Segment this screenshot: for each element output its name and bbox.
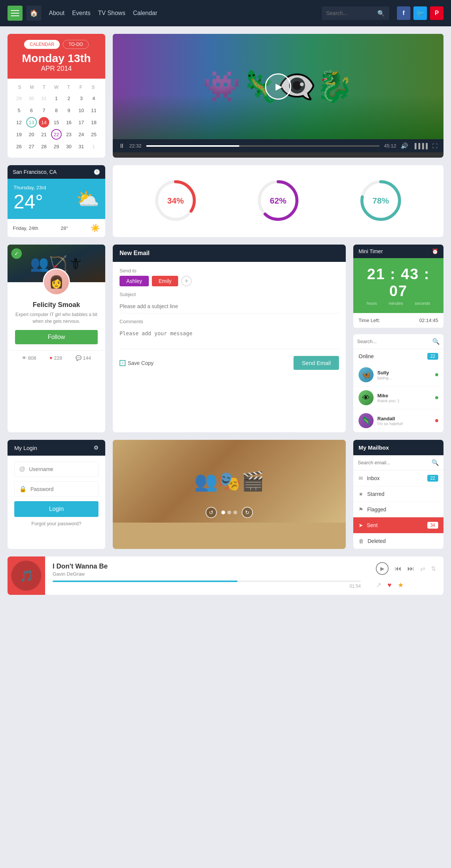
slide-next-button[interactable]: ↻: [242, 507, 253, 518]
chat-search-input[interactable]: [357, 339, 429, 344]
cal-day[interactable]: 21: [39, 129, 49, 140]
timer-hours: 21: [367, 266, 386, 282]
hamburger-menu[interactable]: [8, 6, 23, 21]
recipient-emily[interactable]: Emily: [152, 276, 178, 286]
cal-day[interactable]: 31: [39, 93, 49, 103]
forgot-password-link[interactable]: Forgot your password?: [14, 521, 98, 526]
cal-day[interactable]: 31: [76, 141, 86, 152]
favorite-icon[interactable]: ★: [398, 581, 404, 589]
save-copy-checkbox[interactable]: ✓: [120, 360, 126, 366]
cal-day[interactable]: 6: [26, 105, 37, 116]
pinterest-btn[interactable]: P: [430, 6, 443, 20]
cal-day[interactable]: 15: [51, 117, 62, 128]
nav-about[interactable]: About: [49, 10, 65, 17]
facebook-btn[interactable]: f: [397, 6, 410, 20]
tab-calendar[interactable]: CALENDAR: [24, 40, 60, 49]
slide-dot-2[interactable]: [227, 511, 231, 514]
comments-input[interactable]: [120, 327, 339, 349]
cal-day[interactable]: 26: [14, 141, 24, 152]
cal-day[interactable]: 25: [88, 129, 99, 140]
nav-calendar[interactable]: Calendar: [133, 10, 157, 17]
mailbox-item-inbox[interactable]: ✉ Inbox 22: [353, 470, 443, 486]
slide-dot-3[interactable]: [233, 511, 237, 514]
email-widget: New Email Send to Ashley Emily + Subject…: [113, 245, 346, 432]
mailbox-search-icon[interactable]: 🔍: [431, 459, 439, 466]
cal-day[interactable]: 12: [14, 117, 24, 128]
cal-day[interactable]: 19: [14, 129, 24, 140]
cal-day[interactable]: 18: [88, 117, 99, 128]
share-icon[interactable]: ↗: [376, 581, 381, 589]
chat-item-mike[interactable]: 👁 Mike thank-you :): [353, 386, 443, 409]
play-button[interactable]: [265, 73, 291, 100]
cal-day[interactable]: 29: [14, 93, 24, 103]
chat-dot-sully: [435, 373, 438, 376]
music-play-button[interactable]: ▶: [376, 562, 389, 575]
cal-day[interactable]: 16: [64, 117, 74, 128]
cal-day[interactable]: 11: [88, 105, 99, 116]
cal-day-22[interactable]: 22: [51, 129, 62, 140]
send-email-button[interactable]: Send Email: [294, 356, 339, 370]
cal-day[interactable]: 20: [26, 129, 37, 140]
cal-day[interactable]: 2: [64, 93, 74, 103]
save-copy-checkbox-wrap[interactable]: ✓ Save Copy: [120, 360, 153, 366]
username-input[interactable]: [29, 466, 95, 472]
slide-dot-1[interactable]: [221, 511, 225, 514]
cal-day[interactable]: 29: [51, 141, 62, 152]
alarm-icon[interactable]: ⏰: [432, 248, 438, 254]
cal-day[interactable]: 30: [26, 93, 37, 103]
volume-icon[interactable]: 🔊: [401, 142, 408, 149]
mailbox-item-deleted[interactable]: 🗑 Deleted: [353, 534, 443, 549]
cal-day[interactable]: 10: [76, 105, 86, 116]
video-progress-bar[interactable]: [146, 145, 380, 147]
password-input[interactable]: [30, 486, 96, 492]
cal-day[interactable]: 27: [26, 141, 37, 152]
recipient-ashley[interactable]: Ashley: [120, 276, 149, 286]
settings-icon[interactable]: ⚙: [94, 444, 98, 451]
slide-prev-button[interactable]: ↺: [206, 507, 217, 518]
music-repeat-button[interactable]: ⇄: [420, 565, 425, 572]
nav-events[interactable]: Events: [72, 10, 91, 17]
mailbox-search-input[interactable]: [358, 460, 428, 465]
mailbox-item-sent[interactable]: ➤ Sent 34: [353, 517, 443, 534]
mailbox-item-starred[interactable]: ★ Starred: [353, 486, 443, 502]
fullscreen-icon[interactable]: ⛶: [432, 143, 437, 149]
cal-day[interactable]: 8: [51, 105, 62, 116]
subject-input[interactable]: [120, 299, 339, 313]
search-input[interactable]: [326, 10, 377, 16]
cal-day[interactable]: 1: [51, 93, 62, 103]
cal-day[interactable]: 24: [76, 129, 86, 140]
chat-avatar-sully: 🦋: [359, 367, 374, 382]
cal-day-today[interactable]: 14: [39, 117, 49, 128]
chat-item-sully[interactable]: 🦋 Sully typing...: [353, 363, 443, 386]
nav-search-box[interactable]: 🔍: [322, 6, 389, 20]
music-shuffle-button[interactable]: ⇅: [431, 565, 436, 572]
cal-day[interactable]: 17: [76, 117, 86, 128]
mailbox-item-flagged[interactable]: ⚑ Flagged: [353, 502, 443, 517]
cal-day-13[interactable]: 13: [26, 117, 37, 128]
twitter-btn[interactable]: 🐦: [413, 6, 427, 20]
login-button[interactable]: Login: [14, 501, 98, 517]
cal-day[interactable]: 23: [64, 129, 74, 140]
cal-day[interactable]: 1: [88, 141, 99, 152]
calendar-header: CALENDAR TO-DO Monday 13th APR 2014: [8, 34, 105, 79]
music-progress-bar[interactable]: [53, 581, 361, 582]
cal-day[interactable]: 30: [64, 141, 74, 152]
music-forward-button[interactable]: ⏭: [407, 565, 414, 573]
like-icon[interactable]: ♥: [387, 581, 392, 589]
music-rewind-button[interactable]: ⏮: [395, 565, 401, 573]
home-button[interactable]: 🏠: [26, 6, 41, 21]
chat-item-randall[interactable]: 🦎 Randall I'm so hateful!: [353, 409, 443, 432]
tab-todo[interactable]: TO-DO: [63, 40, 88, 49]
cal-day[interactable]: 28: [39, 141, 49, 152]
cal-day[interactable]: 9: [64, 105, 74, 116]
cal-day[interactable]: 7: [39, 105, 49, 116]
pause-icon[interactable]: ⏸: [119, 143, 125, 149]
nav-tvshows[interactable]: TV Shows: [98, 10, 126, 17]
follow-button[interactable]: Follow: [15, 330, 98, 344]
cal-day[interactable]: 3: [76, 93, 86, 103]
password-wrap: 🔒: [14, 481, 98, 497]
cal-day[interactable]: 5: [14, 105, 24, 116]
chat-search-icon[interactable]: 🔍: [432, 338, 440, 345]
cal-day[interactable]: 4: [88, 93, 99, 103]
add-recipient-button[interactable]: +: [181, 276, 192, 286]
